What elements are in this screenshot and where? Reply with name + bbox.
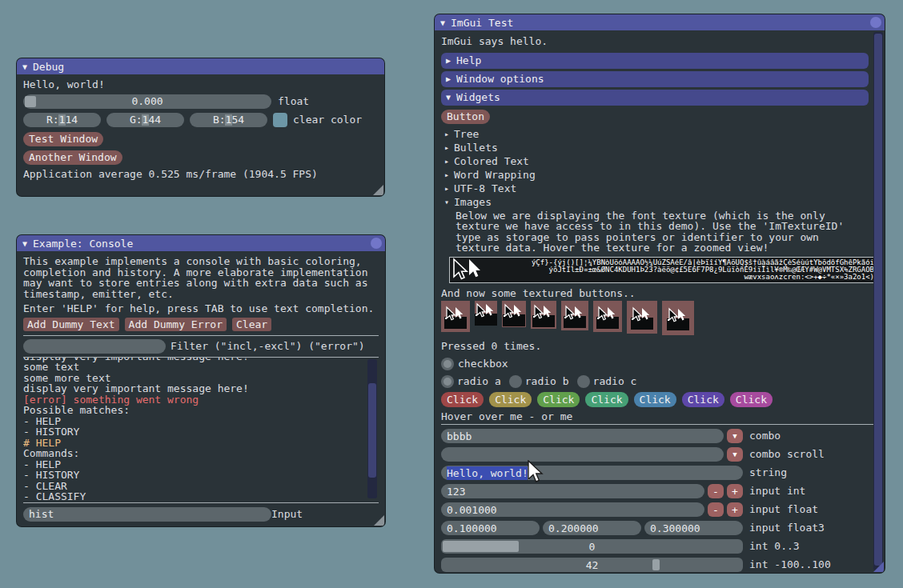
console-intro-text: This example implements a console with b… (23, 256, 379, 299)
string-input[interactable]: Hello, world! (441, 466, 743, 480)
image-button[interactable] (662, 301, 694, 335)
button-widget[interactable]: Button (441, 110, 490, 124)
image-button[interactable] (502, 301, 526, 327)
drag-red[interactable]: R:114 (23, 113, 101, 127)
click-button-5[interactable]: Click (682, 392, 724, 407)
resize-grip[interactable] (873, 562, 884, 572)
cursor-texture-icon (475, 314, 497, 326)
console-input[interactable]: hist (23, 507, 271, 522)
input-float3-z-value: 0.300000 (644, 522, 700, 534)
debug-titlebar[interactable]: ▼ Debug (17, 58, 384, 74)
cursor-texture-icon (503, 314, 525, 326)
click-button-3[interactable]: Click (585, 392, 628, 407)
slider-int-a[interactable]: 0 (441, 539, 743, 554)
click-button-6[interactable]: Click (730, 392, 773, 407)
close-button[interactable] (870, 17, 881, 28)
combo-value: bbbb (441, 430, 472, 442)
log-scrollbar[interactable] (367, 359, 377, 498)
hover-text[interactable]: Hover over me - or me (441, 411, 878, 422)
radio-button-c[interactable] (577, 375, 590, 388)
tree-item-label: Tree (454, 128, 479, 140)
tree-item-colored-text[interactable]: ▸Colored Text (444, 156, 878, 167)
image-button[interactable] (627, 301, 657, 334)
window-scrollbar[interactable] (873, 32, 883, 570)
filter-label: Filter ("incl,-excl") ("error") (171, 340, 365, 352)
combo-scroll-arrow-button[interactable]: ▼ (727, 447, 743, 462)
tree-item-label: UTF-8 Text (454, 182, 516, 194)
color-swatch[interactable] (273, 113, 287, 127)
increment-button[interactable]: + (727, 484, 743, 498)
click-button-0[interactable]: Click (441, 392, 484, 407)
image-button[interactable] (475, 301, 497, 326)
input-float3-x[interactable]: 0.100000 (441, 521, 540, 535)
combo-arrow-button[interactable]: ▼ (727, 429, 743, 443)
clear-button[interactable]: Clear (232, 318, 271, 331)
tree-item-images[interactable]: ▾Images (444, 197, 878, 208)
float-slider[interactable]: 0.000 (23, 94, 271, 109)
slider-int-b[interactable]: 42 (441, 558, 743, 572)
log-line: display very important message here! (23, 383, 379, 394)
input-int-value: 123 (441, 486, 465, 498)
header-help[interactable]: ▶ Help (441, 53, 869, 69)
collapse-triangle-icon[interactable]: ▼ (22, 239, 27, 248)
tree-item-utf-8-text[interactable]: ▸UTF-8 Text (444, 183, 878, 194)
fps-stats-text: Application average 0.525 ms/frame (1904… (23, 169, 378, 180)
filter-input[interactable] (23, 339, 166, 354)
input-float3-z[interactable]: 0.300000 (644, 521, 743, 535)
click-button-1[interactable]: Click (489, 392, 532, 407)
console-input-label: Input (271, 508, 303, 520)
resize-grip[interactable] (373, 185, 383, 195)
add-dummy-text-button[interactable]: Add Dummy Text (23, 318, 119, 331)
image-button[interactable] (441, 301, 470, 332)
checkbox[interactable] (441, 358, 454, 370)
decrement-button[interactable]: - (708, 484, 724, 498)
input-float3-row: 0.100000 0.200000 0.300000 input float3 (441, 521, 878, 535)
window-scrollbar-thumb[interactable] (874, 34, 882, 566)
drag-blue-value: B:154 (190, 114, 267, 126)
radio-label: radio c (593, 375, 637, 387)
add-dummy-error-button[interactable]: Add Dummy Error (125, 318, 227, 331)
tree-item-word-wrapping[interactable]: ▸Word Wrapping (444, 170, 878, 181)
drag-blue[interactable]: B:154 (190, 113, 267, 127)
drag-green[interactable]: G:144 (106, 113, 184, 127)
image-button[interactable] (593, 301, 622, 332)
input-float3-y[interactable]: 0.200000 (543, 521, 641, 535)
log-line: - CLASSIFY (23, 491, 379, 500)
font-texture-image[interactable]: ýÇf}-{ýj()[]¦¼ÝBÑòÙöóÄÂÀÀÖ½¼ÙúŽŠÂéÉ/â|èÞ… (449, 257, 875, 283)
decrement-button[interactable]: - (708, 502, 724, 517)
tree-item-bullets[interactable]: ▸Bullets (444, 142, 878, 154)
collapse-triangle-icon[interactable]: ▼ (22, 62, 27, 71)
click-button-4[interactable]: Click (634, 392, 676, 407)
log-line: Possible matches: (23, 405, 379, 416)
another-window-button[interactable]: Another Window (23, 150, 122, 165)
tree-item-tree[interactable]: ▸Tree (444, 129, 878, 140)
console-titlebar[interactable]: ▼ Example: Console (17, 235, 385, 251)
font-texture-row: wævxsaoʌzcren:<>+◆÷*«×»3a2o1<) (487, 274, 874, 281)
resize-grip[interactable] (374, 515, 384, 526)
collapse-triangle-icon[interactable]: ▼ (440, 18, 445, 27)
imgui-titlebar[interactable]: ▼ ImGui Test (435, 14, 885, 30)
combo-scroll-box[interactable] (441, 447, 724, 462)
input-int-field[interactable]: 123 (441, 484, 704, 498)
log-line: - HISTORY (23, 426, 379, 438)
cursor-glyphs-icon (451, 258, 487, 282)
image-button[interactable] (531, 301, 556, 329)
test-window-button[interactable]: Test Window (23, 132, 103, 146)
radio-button-a[interactable] (441, 375, 454, 388)
cursor-texture-icon (667, 318, 689, 330)
combo-box[interactable]: bbbb (441, 429, 724, 443)
cursor-texture-icon (631, 318, 653, 330)
header-window-options[interactable]: ▶ Window options (441, 71, 869, 87)
radio-button-b[interactable] (509, 375, 522, 388)
close-button[interactable] (371, 238, 382, 249)
log-scrollbar-thumb[interactable] (368, 383, 376, 478)
image-button[interactable] (561, 301, 588, 330)
click-button-2[interactable]: Click (537, 392, 580, 407)
input-float-field[interactable]: 0.001000 (441, 502, 704, 517)
string-input-row: Hello, world! string (441, 466, 878, 480)
header-widgets[interactable]: ▼ Widgets (441, 90, 869, 106)
slider-int-b-row: 42 int -100..100 (441, 558, 878, 572)
log-line: - CLEAR (23, 481, 379, 492)
increment-button[interactable]: + (727, 502, 743, 517)
console-log[interactable]: display very important message here!some… (23, 358, 379, 500)
